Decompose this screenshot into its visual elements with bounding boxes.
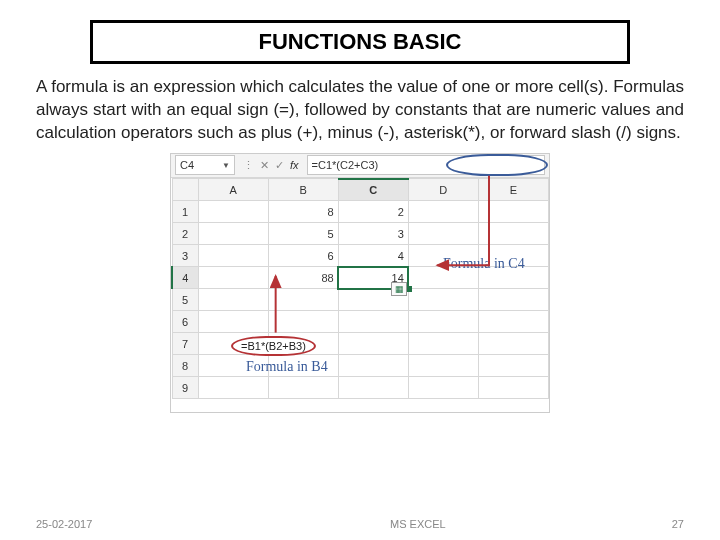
- excel-screenshot: C4 ▼ ⋮ ✕ ✓ fx =C1*(C2+C3) A B C D E: [170, 153, 550, 413]
- cell[interactable]: [408, 377, 478, 399]
- row-header[interactable]: 2: [172, 223, 198, 245]
- name-box-value: C4: [180, 159, 194, 171]
- chevron-down-icon[interactable]: ▼: [222, 161, 230, 170]
- cell[interactable]: [338, 333, 408, 355]
- row-header[interactable]: 1: [172, 201, 198, 223]
- cell[interactable]: [268, 311, 338, 333]
- cell[interactable]: [478, 201, 548, 223]
- cell[interactable]: [478, 311, 548, 333]
- annotation-c4: Formula in C4: [443, 256, 525, 272]
- name-box[interactable]: C4 ▼: [175, 155, 235, 175]
- cell[interactable]: [478, 289, 548, 311]
- footer-date: 25-02-2017: [36, 518, 92, 530]
- cell[interactable]: 3: [338, 223, 408, 245]
- vdots-icon: ⋮: [243, 159, 254, 172]
- cell[interactable]: [408, 311, 478, 333]
- col-header[interactable]: E: [478, 179, 548, 201]
- row-header[interactable]: 8: [172, 355, 198, 377]
- cell[interactable]: [338, 377, 408, 399]
- cell[interactable]: [478, 377, 548, 399]
- cell[interactable]: [478, 223, 548, 245]
- cell[interactable]: [198, 267, 268, 289]
- row-header[interactable]: 3: [172, 245, 198, 267]
- col-header[interactable]: D: [408, 179, 478, 201]
- cell[interactable]: 88: [268, 267, 338, 289]
- spreadsheet-grid[interactable]: A B C D E 1 8 2 2 5 3: [171, 178, 549, 400]
- cell[interactable]: [268, 377, 338, 399]
- col-header[interactable]: A: [198, 179, 268, 201]
- fx-icon[interactable]: fx: [290, 159, 299, 171]
- cancel-icon[interactable]: ✕: [260, 159, 269, 172]
- cell[interactable]: 8: [268, 201, 338, 223]
- row-header[interactable]: 7: [172, 333, 198, 355]
- cell[interactable]: [478, 355, 548, 377]
- cell[interactable]: [198, 289, 268, 311]
- footer-page: 27: [672, 518, 684, 530]
- select-all-corner[interactable]: [172, 179, 198, 201]
- cell[interactable]: [198, 201, 268, 223]
- cell[interactable]: [338, 355, 408, 377]
- cell[interactable]: [408, 223, 478, 245]
- row-header[interactable]: 9: [172, 377, 198, 399]
- callout-b4-formula: =B1*(B2+B3): [231, 336, 316, 356]
- row-header[interactable]: 4: [172, 267, 198, 289]
- cell[interactable]: [198, 311, 268, 333]
- cell[interactable]: [408, 333, 478, 355]
- cell[interactable]: [268, 289, 338, 311]
- cell[interactable]: 6: [268, 245, 338, 267]
- slide-footer: 25-02-2017 MS EXCEL 27: [0, 518, 720, 530]
- cell[interactable]: [198, 223, 268, 245]
- row-header[interactable]: 5: [172, 289, 198, 311]
- formula-input-value: =C1*(C2+C3): [312, 159, 379, 171]
- cell[interactable]: [198, 377, 268, 399]
- row-header[interactable]: 6: [172, 311, 198, 333]
- cell[interactable]: [408, 355, 478, 377]
- formula-bar-buttons: ⋮ ✕ ✓ fx: [243, 159, 299, 172]
- accept-icon[interactable]: ✓: [275, 159, 284, 172]
- cell[interactable]: [478, 333, 548, 355]
- cell[interactable]: [408, 289, 478, 311]
- cell[interactable]: [338, 311, 408, 333]
- formula-input[interactable]: =C1*(C2+C3): [307, 155, 545, 175]
- footer-topic: MS EXCEL: [390, 518, 446, 530]
- formula-bar-row: C4 ▼ ⋮ ✕ ✓ fx =C1*(C2+C3): [171, 154, 549, 178]
- autofill-options-icon[interactable]: ▦: [391, 282, 407, 296]
- col-header[interactable]: C: [338, 179, 408, 201]
- col-header[interactable]: B: [268, 179, 338, 201]
- cell[interactable]: 2: [338, 201, 408, 223]
- annotation-b4: Formula in B4: [246, 359, 328, 375]
- slide-title: FUNCTIONS BASIC: [90, 20, 630, 64]
- cell[interactable]: [408, 201, 478, 223]
- cell[interactable]: 5: [268, 223, 338, 245]
- body-paragraph: A formula is an expression which calcula…: [36, 76, 684, 145]
- cell[interactable]: [198, 245, 268, 267]
- grid-body: 1 8 2 2 5 3 3 6 4: [172, 201, 549, 399]
- cell[interactable]: 4: [338, 245, 408, 267]
